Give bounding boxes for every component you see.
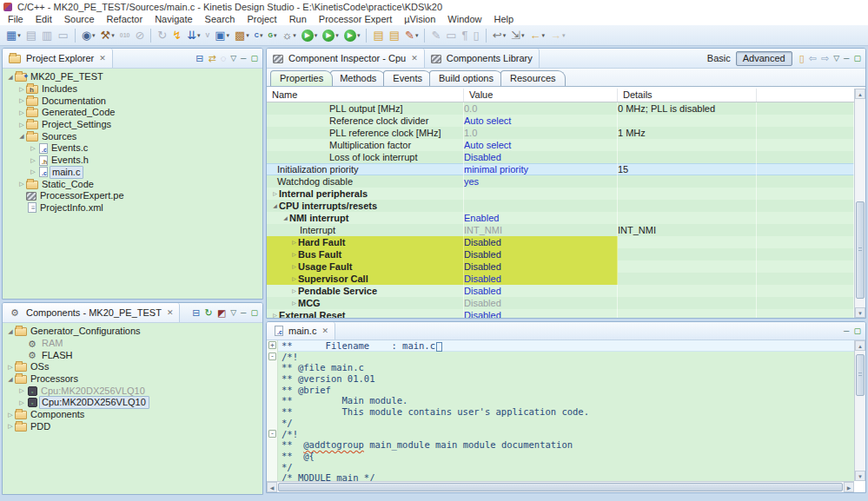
code-line-2[interactable]: -/*! (278, 352, 854, 363)
property-value-cell[interactable]: Disabled (464, 309, 618, 318)
property-value-cell[interactable]: Enabled (464, 212, 618, 224)
expand-arrow-icon[interactable]: ▷ (290, 297, 298, 309)
code-line-9[interactable]: -/*! (278, 429, 854, 440)
project-item-projectinfo-xml[interactable]: ProjectInfo.xml (3, 202, 262, 214)
component-item-cpu-mk20dx256vlq10[interactable]: ▷Cpu:MK20DX256VLQ10 (3, 397, 262, 409)
property-row-usage-fault[interactable]: ▷Usage FaultDisabled (267, 260, 854, 273)
project-item-main-c[interactable]: ▷main.c (3, 167, 262, 179)
new-pe-project-icon[interactable]: ▣▾ (213, 28, 231, 43)
show-whitespace-icon[interactable]: ¶ (461, 28, 470, 43)
minimize-icon[interactable]: ─ (844, 327, 849, 335)
property-value-cell[interactable]: Disabled (464, 248, 618, 260)
property-value-cell[interactable]: Disabled (464, 260, 618, 273)
expand-arrow-icon[interactable]: ▷ (271, 188, 279, 200)
property-row-pendable-service[interactable]: ▷Pendable ServiceDisabled (267, 285, 854, 297)
property-value-cell[interactable]: Disabled (464, 151, 618, 163)
back-icon[interactable]: ←▾ (528, 28, 547, 43)
refresh-icon[interactable]: ↻ (156, 28, 169, 43)
property-row-pll-output-mhz[interactable]: PLL output [MHz]0.00 MHz; PLL is disable… (267, 102, 854, 115)
forward-icon[interactable]: ⇨ (821, 54, 829, 63)
view-menu-icon[interactable]: ▽ (230, 309, 236, 317)
new-component-icon[interactable]: ▩▾ (233, 28, 251, 43)
scroll-right-icon[interactable]: ▶ (844, 482, 854, 492)
binary-file-icon[interactable]: 010 (118, 28, 132, 43)
generate-code-icon[interactable]: G▾ (266, 28, 278, 43)
component-item-oss[interactable]: ▷OSs (3, 361, 262, 373)
project-item-generated-code[interactable]: ▷Generated_Code (3, 107, 262, 119)
editor-vertical-scrollbar[interactable]: ▲ ▼ (854, 340, 865, 481)
project-item-static-code[interactable]: ▷Static_Code (3, 178, 262, 190)
code-line-7[interactable]: ** This module contains user's applicati… (278, 406, 854, 418)
mark-occurrences-icon[interactable]: ✎▾ (403, 28, 420, 43)
tab-components[interactable]: Components - MK20_PE_TEST ✕ (3, 303, 180, 322)
close-icon[interactable]: ✕ (321, 326, 328, 335)
menu-project[interactable]: Project (241, 14, 282, 24)
property-row-loss-of-lock-interrupt[interactable]: Loss of lock interruptDisabled (267, 151, 854, 163)
block-selection-icon[interactable]: ▭ (444, 28, 458, 43)
new-wizard-icon[interactable]: ▦▾ (4, 28, 23, 43)
property-value-cell[interactable]: Disabled (464, 236, 618, 248)
fold-collapse-icon[interactable]: - (267, 352, 278, 363)
expand-arrow-icon[interactable]: ▷ (290, 248, 298, 260)
property-value-cell[interactable]: Auto select (464, 115, 618, 127)
subtab-events[interactable]: Events (383, 70, 432, 86)
column-header-extra[interactable] (757, 89, 865, 102)
build-icon[interactable]: ⚒▾ (99, 28, 116, 43)
column-header-value[interactable]: Value (464, 89, 618, 102)
menu-search[interactable]: Search (199, 14, 242, 24)
tab-project-explorer[interactable]: Project Explorer ✕ (3, 49, 113, 68)
expand-arrow-icon[interactable]: ▷ (17, 122, 26, 129)
table-vertical-scrollbar[interactable]: ▲ ▼ (854, 89, 865, 318)
property-value-cell[interactable]: Disabled (464, 285, 618, 297)
property-row-pll-reference-clock-mhz[interactable]: PLL reference clock [MHz]1.01 MHz (267, 127, 854, 139)
view-menu-icon[interactable]: ▽ (833, 55, 839, 63)
menu-edit[interactable]: Edit (30, 14, 58, 24)
project-item-mk20-pe-test[interactable]: ◢MK20_PE_TEST (3, 71, 262, 83)
code-editor[interactable]: +** Filename : main.c-/*!** @file main.c… (267, 340, 854, 481)
link-with-editor-icon[interactable]: ⇄ (208, 54, 215, 63)
property-row-mcg[interactable]: ▷MCGDisabled (267, 297, 854, 309)
scroll-up-icon[interactable]: ▲ (855, 340, 865, 351)
property-row-interrupt[interactable]: InterruptINT_NMIINT_NMI (267, 224, 854, 236)
property-value-cell[interactable] (464, 200, 618, 212)
save-all-icon[interactable]: ▥ (40, 28, 54, 43)
run-icon[interactable]: ▶▾ (300, 28, 320, 43)
property-row-nmi-interrupt[interactable]: ◢NMI interruptEnabled (267, 212, 854, 224)
scroll-left-icon[interactable]: ◀ (267, 482, 277, 492)
component-item-generator-configurations[interactable]: ◢Generator_Configurations (3, 326, 262, 338)
view-menu-icon[interactable]: ▽ (230, 55, 236, 63)
run-stop-icon[interactable]: ▶▾ (342, 28, 362, 43)
collapse-all-icon[interactable]: ⊟ (192, 308, 200, 318)
maximize-icon[interactable]: ▢ (250, 55, 258, 63)
close-icon[interactable]: ✕ (167, 308, 174, 317)
code-line-5[interactable]: ** @brief (278, 385, 854, 396)
expand-arrow-icon[interactable]: ▷ (29, 157, 37, 164)
new-class-icon[interactable]: C▾ (253, 28, 265, 43)
property-value-cell[interactable]: 0.0 (464, 102, 618, 115)
menu-run[interactable]: Run (283, 14, 313, 24)
flash-programmer-icon[interactable]: ↯ (170, 28, 183, 43)
skip-breakpoints-icon[interactable]: ⊘ (133, 28, 146, 43)
code-line-6[interactable]: ** Main module. (278, 395, 854, 406)
maximize-icon[interactable]: ▢ (250, 309, 258, 317)
expand-arrow-icon[interactable]: ▷ (290, 273, 298, 285)
collapse-arrow-icon[interactable]: ◢ (17, 133, 26, 140)
pin-editor-icon[interactable]: ⇲▾ (509, 28, 526, 43)
scroll-down-icon[interactable]: ▼ (855, 471, 865, 481)
filters-icon[interactable]: ◌ (221, 54, 227, 63)
scroll-up-icon[interactable]: ▲ (855, 89, 865, 99)
code-line-3[interactable]: ** @file main.c (278, 362, 854, 373)
collapse-arrow-icon[interactable]: ◢ (6, 74, 15, 81)
project-item-documentation[interactable]: ▷Documentation (3, 95, 262, 107)
collapse-arrow-icon[interactable]: ◢ (6, 376, 15, 383)
menu-window[interactable]: Window (441, 14, 487, 24)
property-value-cell[interactable]: Disabled (464, 273, 618, 285)
property-row-supervisor-call[interactable]: ▷Supervisor CallDisabled (267, 273, 854, 285)
scrollbar-thumb[interactable] (856, 354, 865, 396)
column-header-name[interactable]: Name (267, 89, 464, 102)
scrollbar-thumb[interactable] (856, 201, 865, 299)
uvision-icon[interactable]: V (204, 28, 212, 43)
expand-arrow-icon[interactable]: ▷ (29, 145, 37, 152)
property-row-internal-peripherals[interactable]: ▷Internal peripherals (267, 188, 854, 200)
advanced-mode-button[interactable]: Advanced (736, 51, 792, 66)
